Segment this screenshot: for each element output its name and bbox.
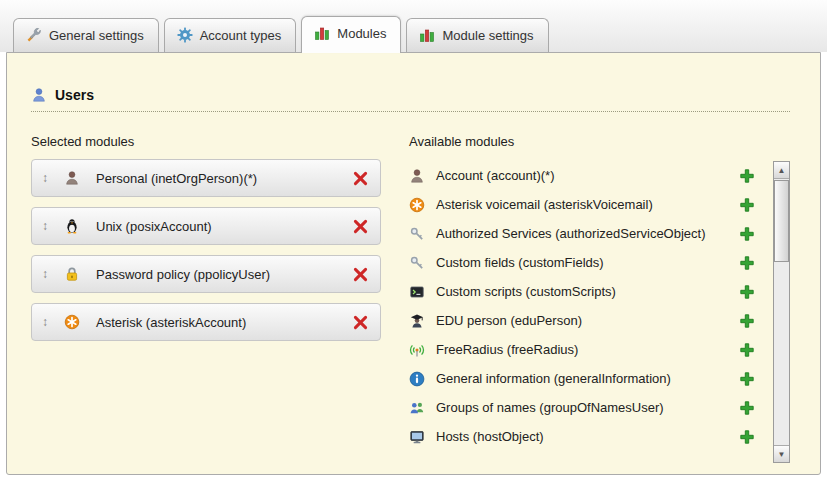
remove-module-button[interactable]	[350, 216, 370, 236]
penguin-icon	[64, 218, 84, 234]
drag-handle-icon[interactable]: ↕	[42, 220, 56, 232]
selected-modules-heading: Selected modules	[31, 134, 381, 149]
add-module-button[interactable]	[737, 398, 757, 418]
person-icon	[409, 168, 429, 184]
add-module-button[interactable]	[737, 427, 757, 447]
selected-module-row-password-policy-ppolicyuser[interactable]: ↕Password policy (ppolicyUser)	[31, 255, 381, 293]
modules-columns: Selected modules ↕Personal (inetOrgPerso…	[31, 132, 790, 463]
add-module-button[interactable]	[737, 282, 757, 302]
module-label: EDU person (eduPerson)	[436, 313, 737, 328]
remove-module-button[interactable]	[350, 312, 370, 332]
module-label: Custom scripts (customScripts)	[436, 284, 737, 299]
module-label: Custom fields (customFields)	[436, 255, 737, 270]
available-module-row-account-account: Account (account)(*)	[409, 161, 767, 190]
tab-label: Modules	[337, 26, 386, 41]
users-section-heading: Users	[31, 87, 790, 112]
tab-bar: General settingsAccount typesModulesModu…	[0, 0, 827, 52]
module-settings-icon	[419, 27, 435, 43]
tab-label: General settings	[49, 28, 144, 43]
module-label: Hosts (hostObject)	[436, 429, 737, 444]
section-title: Users	[55, 87, 94, 103]
tab-label: Account types	[200, 28, 282, 43]
tab-account-types[interactable]: Account types	[164, 18, 297, 52]
info-icon	[409, 371, 429, 387]
module-label: Account (account)(*)	[436, 168, 737, 183]
remove-module-button[interactable]	[350, 264, 370, 284]
module-label: FreeRadius (freeRadius)	[436, 342, 737, 357]
person-icon	[64, 170, 84, 186]
selected-module-row-asterisk-asteriskaccount[interactable]: ↕Asterisk (asteriskAccount)	[31, 303, 381, 341]
remove-module-button[interactable]	[350, 168, 370, 188]
module-label: Asterisk voicemail (asteriskVoicemail)	[436, 197, 737, 212]
available-module-row-groups-of-names-groupofnamesuser: Groups of names (groupOfNamesUser)	[409, 393, 767, 422]
drag-handle-icon[interactable]: ↕	[42, 268, 56, 280]
module-label: Unix (posixAccount)	[96, 219, 350, 234]
available-module-row-edu-person-eduperson: EDU person (eduPerson)	[409, 306, 767, 335]
tools-icon	[26, 27, 42, 43]
add-module-button[interactable]	[737, 253, 757, 273]
selected-module-row-unix-posixaccount[interactable]: ↕Unix (posixAccount)	[31, 207, 381, 245]
drag-handle-icon[interactable]: ↕	[42, 316, 56, 328]
available-modules-area: Account (account)(*)Asterisk voicemail (…	[409, 161, 790, 463]
tab-modules[interactable]: Modules	[301, 16, 401, 53]
add-module-button[interactable]	[737, 369, 757, 389]
lam-configuration-page: General settingsAccount typesModulesModu…	[0, 0, 827, 487]
add-module-button[interactable]	[737, 311, 757, 331]
key-icon	[409, 226, 429, 242]
scroll-up-button[interactable]: ▲	[774, 162, 789, 179]
asterisk-icon	[409, 197, 429, 213]
module-label: General information (generalInformation)	[436, 371, 737, 386]
module-label: Personal (inetOrgPerson)(*)	[96, 171, 350, 186]
modules-icon	[314, 25, 330, 41]
module-label: Groups of names (groupOfNamesUser)	[436, 400, 737, 415]
tab-label: Module settings	[442, 28, 533, 43]
available-modules-scrollbar[interactable]: ▲ ▼	[773, 161, 790, 463]
key-icon	[409, 255, 429, 271]
module-label: Password policy (ppolicyUser)	[96, 267, 350, 282]
available-modules-heading: Available modules	[409, 134, 790, 149]
available-module-row-hosts-hostobject: Hosts (hostObject)	[409, 422, 767, 451]
tab-general-settings[interactable]: General settings	[13, 18, 159, 52]
add-module-button[interactable]	[737, 340, 757, 360]
host-icon	[409, 429, 429, 445]
available-module-row-freeradius-freeradius: FreeRadius (freeRadius)	[409, 335, 767, 364]
scroll-down-button[interactable]: ▼	[774, 445, 789, 462]
available-modules-column: Available modules Account (account)(*)As…	[409, 132, 790, 463]
lock-icon	[64, 266, 84, 282]
asterisk-icon	[64, 314, 84, 330]
module-label: Authorized Services (authorizedServiceOb…	[436, 226, 737, 241]
available-module-row-custom-fields-customfields: Custom fields (customFields)	[409, 248, 767, 277]
edu-icon	[409, 313, 429, 329]
selected-modules-list: ↕Personal (inetOrgPerson)(*)↕Unix (posix…	[31, 159, 381, 341]
available-module-row-asterisk-voicemail-asteriskvoicemail: Asterisk voicemail (asteriskVoicemail)	[409, 190, 767, 219]
user-icon	[31, 87, 47, 103]
tab-module-settings[interactable]: Module settings	[406, 18, 548, 52]
available-module-row-general-information-generalinformation: General information (generalInformation)	[409, 364, 767, 393]
available-module-row-custom-scripts-customscripts: Custom scripts (customScripts)	[409, 277, 767, 306]
script-icon	[409, 284, 429, 300]
add-module-button[interactable]	[737, 224, 757, 244]
add-module-button[interactable]	[737, 195, 757, 215]
add-module-button[interactable]	[737, 166, 757, 186]
selected-module-row-personal-inetorgperson[interactable]: ↕Personal (inetOrgPerson)(*)	[31, 159, 381, 197]
module-label: Asterisk (asteriskAccount)	[96, 315, 350, 330]
available-modules-list: Account (account)(*)Asterisk voicemail (…	[409, 161, 767, 463]
selected-modules-column: Selected modules ↕Personal (inetOrgPerso…	[31, 132, 381, 463]
drag-handle-icon[interactable]: ↕	[42, 172, 56, 184]
available-module-row-authorized-services-authorizedserviceobject: Authorized Services (authorizedServiceOb…	[409, 219, 767, 248]
group-icon	[409, 400, 429, 416]
scrollbar-track[interactable]	[774, 179, 789, 445]
gear-icon	[177, 27, 193, 43]
radio-icon	[409, 342, 429, 358]
scrollbar-thumb[interactable]	[774, 180, 789, 262]
content-panel: Users Selected modules ↕Personal (inetOr…	[6, 52, 821, 475]
